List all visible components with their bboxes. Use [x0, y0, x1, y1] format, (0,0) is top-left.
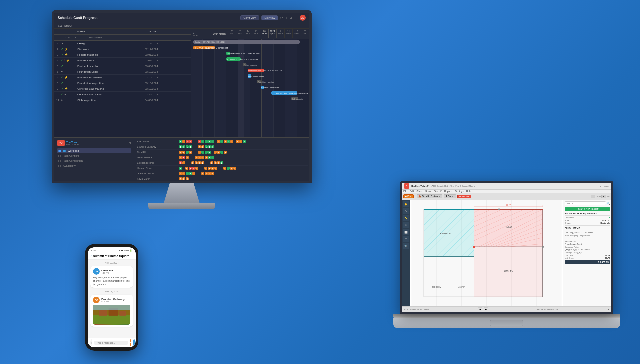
svg-text:KITCHEN: KITCHEN [504, 270, 513, 272]
pan-tool[interactable]: ✋ [403, 201, 409, 207]
list-view-btn[interactable]: List View [261, 15, 278, 20]
more-options-btn[interactable]: ··· [130, 254, 133, 258]
brandon-time: 8:34 AM [101, 301, 125, 303]
redline-logo: R [404, 183, 409, 189]
phone-content: Nov 10, 2024 CH Chad Hill 4:10 AM Hey te… [88, 260, 136, 338]
redline-titlebar: R Redline Takeoff 17985 Summit Blvd - A2… [402, 183, 611, 190]
logo-subtitle: ResourceTrak [66, 143, 79, 145]
zoom-out-btn[interactable]: - [591, 195, 595, 198]
menu-bar: File Edit Sheet Share Takeoff Reports Se… [402, 190, 611, 193]
add-attachment-btn[interactable]: + [90, 339, 92, 346]
formula-row: Qt Qty = (Qty) + 10% Waste [565, 249, 610, 251]
menu-sheet[interactable]: Sheet [416, 190, 422, 192]
chad-message: Hey team, here's the new project channel… [93, 276, 130, 286]
nav-arrows: ◀ ▶ [478, 307, 488, 311]
finish-section-title: FINISH ITEMS [565, 227, 610, 230]
date-label-2: Nov 11, 2024 [90, 290, 133, 293]
text-tool[interactable]: T [403, 236, 409, 242]
zoom-control: - 68% + 1% [591, 195, 610, 198]
menu-edit[interactable]: Edit [410, 190, 414, 192]
col-name-header: NAME [76, 29, 136, 34]
prev-page-btn[interactable]: ◀ [478, 307, 482, 311]
radio-workload [58, 150, 61, 152]
availability-item[interactable]: Availability [57, 163, 131, 168]
resource-logo: TV TrueVision ResourceTrak ⚙ [57, 140, 131, 146]
gantt-bar: Foundation Materials [248, 74, 251, 78]
more-icon[interactable]: ⋯ [294, 16, 298, 20]
send-btn[interactable]: + [130, 339, 131, 346]
lightning-icon: ⚡ [66, 59, 70, 62]
gantt-subtitle: 71st Street [54, 23, 309, 29]
laptop-trackpad[interactable] [490, 320, 523, 326]
phone-status-bar: 9:49 ●●● WiFi 🔋 [88, 247, 136, 253]
menu-reports[interactable]: Reports [444, 190, 453, 192]
shape-tool[interactable]: ⬜ [403, 229, 409, 235]
user-avatar[interactable]: JD [300, 15, 306, 21]
message-input[interactable] [94, 341, 128, 345]
search-input[interactable] [565, 201, 606, 205]
redline-toolbar: ▶ Print 📤 Send to Estimator ⬆ Share TAKE… [402, 193, 611, 200]
msg-sender-1: CH Chad Hill 4:10 AM [93, 268, 130, 275]
settings-icon[interactable]: ⚙ [128, 141, 131, 145]
gantt-app: Schedule Gantt Progress Gantt View List … [54, 13, 309, 181]
gantt-left-panel: NAME START 02/11/2024 07/01/2024 [54, 29, 191, 137]
next-page-btn[interactable]: ▶ [484, 307, 488, 311]
svg-rect-63 [99, 310, 107, 316]
share-btn[interactable]: ⬆ Share [444, 194, 456, 198]
menu-share[interactable]: Share [425, 190, 432, 192]
collapse-btn[interactable]: ▲ [607, 308, 609, 310]
table-row: 1 ▼ Design 02/17/2024 [54, 41, 191, 46]
gantt-bar: Concrete Slab Labor - 03/24/2024 to 04/0… [271, 91, 297, 95]
redo-icon[interactable]: ↪ [285, 16, 287, 20]
redline-app: R Redline Takeoff 17985 Summit Blvd - A2… [402, 183, 611, 312]
task-completion-item[interactable]: Task Completion [57, 158, 131, 163]
laptop-screen: R Redline Takeoff 17985 Summit Blvd - A2… [400, 181, 613, 314]
lightning-icon: ⚡ [64, 76, 68, 79]
floor-plan-canvas[interactable]: BEDROOM LIVING BEDROOM MASTER KITCHEN 28… [410, 200, 563, 306]
svg-text:BEDROOM: BEDROOM [440, 232, 452, 235]
resource-row: Allan Brown 1 3 5 5 7 1 1 1 1 [136, 139, 308, 144]
workload-menu-item[interactable]: Workload [57, 148, 131, 153]
monitor: Schedule Gantt Progress Gantt View List … [52, 10, 312, 217]
undo-icon[interactable]: ↩ [280, 16, 283, 20]
new-takeoff-btn[interactable]: + Start a New Takeoff [565, 207, 610, 211]
resource-row: Kayla Maron 4 3 2 [136, 176, 308, 181]
redline-main: ✋ ↖ 📏 ✏ ⬜ T 🔍 [402, 200, 611, 306]
materials-section-title: Hardwood Flooring Materials [565, 212, 610, 216]
gantt-titlebar: Schedule Gantt Progress Gantt View List … [54, 13, 309, 23]
settings-icon[interactable]: ⚙ [289, 16, 292, 20]
gantt-bar: Footers Labor - 03/01/2024 to 03/08/2024 [226, 57, 240, 61]
task-conflicts-item[interactable]: Task Conflicts [57, 153, 131, 158]
zoom-area-tool[interactable]: 🔍 [403, 243, 409, 249]
gantt-view-btn[interactable]: Gantt View [240, 15, 259, 20]
radio-conflicts [58, 155, 61, 157]
svg-rect-65 [119, 311, 126, 316]
menu-help[interactable]: Help [466, 190, 471, 192]
laptop-hinge [393, 314, 620, 318]
gantt-main: NAME START 02/11/2024 07/01/2024 [54, 29, 309, 137]
menu-takeoff[interactable]: Takeoff [434, 190, 441, 192]
svg-text:MASTER: MASTER [458, 286, 465, 288]
search-icon[interactable]: 🔍 [607, 202, 610, 205]
phone: 9:49 ●●● WiFi 🔋 ‹ Summit at Smiths Squar… [85, 244, 138, 351]
menu-settings[interactable]: Settings [455, 190, 463, 192]
col-num-header [54, 31, 61, 32]
floor-plan-svg: BEDROOM LIVING BEDROOM MASTER KITCHEN 28… [410, 200, 563, 306]
select-tool[interactable]: ↖ [403, 208, 409, 214]
menu-file[interactable]: File [403, 190, 407, 192]
msg-sender-2: BG Brandon Galloway 8:34 AM [93, 297, 130, 303]
resource-left: TV TrueVision ResourceTrak ⚙ Workload [54, 138, 134, 181]
gantt-bar: Site Work - 02/17/2024 to 02/28/2024 [193, 46, 215, 49]
zoom-in-btn[interactable]: + [601, 195, 606, 198]
back-btn[interactable]: ‹ [90, 254, 92, 258]
milestone-date: 07/01/2024 [88, 35, 114, 40]
print-btn[interactable]: ▶ Print [403, 194, 414, 198]
measure-tool[interactable]: 📏 [403, 215, 409, 221]
takeoff-btn[interactable]: TAKEOFF [457, 195, 471, 198]
submit-btn[interactable]: → [133, 339, 136, 346]
svg-point-59 [542, 246, 544, 248]
gantt-toolbar: Gantt View List View ↩ ↪ ⚙ ⋯ JD [240, 15, 306, 21]
send-to-estimator-btn[interactable]: 📤 Send to Estimator [417, 194, 442, 198]
draw-tool[interactable]: ✏ [403, 222, 409, 228]
message-1: CH Chad Hill 4:10 AM Hey team, here's th… [90, 266, 133, 288]
